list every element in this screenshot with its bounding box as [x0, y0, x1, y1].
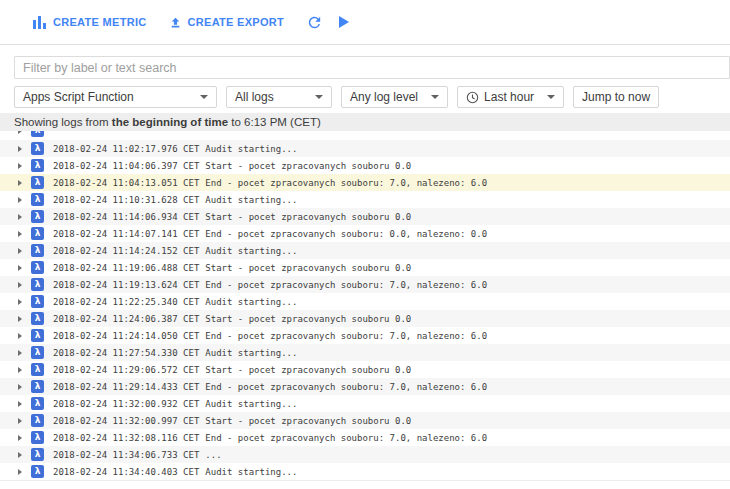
- log-row[interactable]: λ 2018-02-24 11:02:17.976 CET Audit star…: [0, 140, 730, 157]
- apps-script-lambda-icon: λ: [31, 278, 44, 291]
- log-timestamp: 2018-02-24 11:22:25.340 CET: [53, 297, 199, 307]
- expand-arrow-icon[interactable]: [18, 333, 22, 339]
- expand-arrow-icon[interactable]: [18, 418, 22, 424]
- log-row[interactable]: λ 2018-02-24 11:32:00.997 CET Start - po…: [0, 412, 730, 429]
- toolbar: CREATE METRIC CREATE EXPORT: [0, 0, 730, 45]
- log-row[interactable]: λ 2018-02-24 11:19:06.488 CET Start - po…: [0, 259, 730, 276]
- log-timestamp: 2018-02-24 11:10:31.628 CET: [53, 195, 199, 205]
- log-row[interactable]: λ 2018-02-24 11:32:00.932 CET Audit star…: [0, 395, 730, 412]
- log-row[interactable]: λ 2018-02-24 11:27:54.330 CET Audit star…: [0, 344, 730, 361]
- expand-arrow-icon[interactable]: [18, 299, 22, 305]
- expand-arrow-icon[interactable]: [18, 197, 22, 203]
- log-timestamp: 2018-02-24 11:29:14.433 CET: [53, 382, 199, 392]
- log-timestamp: 2018-02-24 11:19:06.488 CET: [53, 263, 199, 273]
- expand-arrow-icon[interactable]: [18, 316, 22, 322]
- log-message: Start - pocet zpracovanych souboru 0.0: [205, 263, 411, 273]
- chevron-down-icon: [431, 95, 439, 99]
- apps-script-lambda-icon: λ: [31, 193, 44, 206]
- log-row[interactable]: λ 2018-02-24 11:32:08.116 CET End - poce…: [0, 429, 730, 446]
- log-row[interactable]: λ 2018-02-24 11:29:14.433 CET End - poce…: [0, 378, 730, 395]
- logs-select[interactable]: All logs: [226, 86, 332, 108]
- expand-arrow-icon[interactable]: [18, 401, 22, 407]
- log-timestamp: 2018-02-24 11:14:24.152 CET: [53, 246, 199, 256]
- log-row[interactable]: λ 2018-02-24 11:34:40.403 CET Audit star…: [0, 463, 730, 480]
- play-icon: [339, 16, 349, 28]
- apps-script-lambda-icon: λ: [31, 261, 44, 274]
- log-message: ...: [205, 450, 221, 460]
- log-row[interactable]: λ 2018-02-24 11:34:06.733 CET ...: [0, 446, 730, 463]
- clock-icon: [466, 91, 479, 104]
- log-row[interactable]: λ 2018-02-24 11:14:06.934 CET Start - po…: [0, 208, 730, 225]
- apps-script-lambda-icon: λ: [31, 397, 44, 410]
- log-level-select[interactable]: Any log level: [341, 86, 448, 108]
- status-bold-range: the beginning of time: [112, 116, 228, 128]
- log-message: End - pocet zpracovanych souboru: 7.0, n…: [205, 433, 487, 443]
- log-row[interactable]: λ 2018-02-24 11:04:13.051 CET End - poce…: [0, 174, 730, 191]
- log-message: End - pocet zpracovanych souboru: 7.0, n…: [205, 382, 487, 392]
- log-timestamp: 2018-02-24 11:04:13.051 CET: [53, 178, 199, 188]
- upload-icon: [169, 16, 182, 29]
- expand-arrow-icon[interactable]: [18, 435, 22, 441]
- expand-arrow-icon[interactable]: [18, 384, 22, 390]
- log-timestamp: 2018-02-24 11:32:00.997 CET: [53, 416, 199, 426]
- function-select-value: Apps Script Function: [23, 90, 134, 104]
- log-timestamp: 2018-02-24 11:19:13.624 CET: [53, 280, 199, 290]
- log-row[interactable]: λ 2018-02-24 11:19:13.624 CET End - poce…: [0, 276, 730, 293]
- log-row[interactable]: λ 2018-02-24 11:24:06.387 CET Start - po…: [0, 310, 730, 327]
- expand-arrow-icon[interactable]: [18, 282, 22, 288]
- apps-script-lambda-icon: λ: [31, 227, 44, 240]
- bar-chart-icon: [33, 16, 47, 29]
- log-row[interactable]: λ 2018-02-24 11:10:31.628 CET Audit star…: [0, 191, 730, 208]
- expand-arrow-icon[interactable]: [18, 469, 22, 475]
- log-timestamp: 2018-02-24 11:32:08.116 CET: [53, 433, 199, 443]
- log-timestamp: 2018-02-24 11:14:07.141 CET: [53, 229, 199, 239]
- create-export-label: CREATE EXPORT: [188, 16, 285, 28]
- expand-arrow-icon[interactable]: [18, 214, 22, 220]
- log-message: Audit starting...: [205, 297, 297, 307]
- log-message: Audit starting...: [205, 195, 297, 205]
- apps-script-lambda-icon: λ: [31, 431, 44, 444]
- apps-script-lambda-icon: λ: [31, 295, 44, 308]
- log-message: Audit starting...: [205, 399, 297, 409]
- apps-script-lambda-icon: λ: [31, 210, 44, 223]
- function-select[interactable]: Apps Script Function: [14, 86, 217, 108]
- play-stream-logs-button[interactable]: [339, 16, 349, 28]
- log-row[interactable]: λ 2018-02-24 11:14:07.141 CET End - poce…: [0, 225, 730, 242]
- refresh-icon: [306, 14, 323, 31]
- expand-arrow-icon[interactable]: [18, 146, 22, 152]
- partial-log-row[interactable]: λ: [0, 131, 730, 140]
- apps-script-lambda-icon: λ: [31, 448, 44, 461]
- expand-arrow-icon[interactable]: [18, 350, 22, 356]
- filter-input[interactable]: [14, 56, 730, 79]
- log-message: End - pocet zpracovanych souboru: 7.0, n…: [205, 280, 487, 290]
- expand-arrow-icon[interactable]: [18, 163, 22, 169]
- time-range-value: Last hour: [484, 90, 534, 104]
- expand-arrow-icon[interactable]: [18, 180, 22, 186]
- log-timestamp: 2018-02-24 11:34:40.403 CET: [53, 467, 199, 477]
- apps-script-lambda-icon: λ: [31, 329, 44, 342]
- log-timestamp: 2018-02-24 11:14:06.934 CET: [53, 212, 199, 222]
- apps-script-lambda-icon: λ: [31, 142, 44, 155]
- jump-to-now-button[interactable]: Jump to now: [573, 86, 659, 108]
- expand-arrow-icon[interactable]: [18, 248, 22, 254]
- log-timestamp: 2018-02-24 11:27:54.330 CET: [53, 348, 199, 358]
- log-row[interactable]: λ 2018-02-24 11:22:25.340 CET Audit star…: [0, 293, 730, 310]
- create-metric-button[interactable]: CREATE METRIC: [33, 16, 147, 29]
- log-row[interactable]: λ 2018-02-24 11:29:06.572 CET Start - po…: [0, 361, 730, 378]
- log-row[interactable]: λ 2018-02-24 11:04:06.397 CET Start - po…: [0, 157, 730, 174]
- expand-arrow-icon[interactable]: [18, 265, 22, 271]
- time-range-select[interactable]: Last hour: [457, 86, 564, 108]
- apps-script-lambda-icon: λ: [31, 176, 44, 189]
- expand-arrow-icon[interactable]: [18, 452, 22, 458]
- expand-arrow-icon[interactable]: [18, 367, 22, 373]
- create-export-button[interactable]: CREATE EXPORT: [169, 16, 285, 29]
- log-timestamp: 2018-02-24 11:02:17.976 CET: [53, 144, 199, 154]
- log-message: Audit starting...: [205, 246, 297, 256]
- refresh-button[interactable]: [306, 14, 323, 31]
- log-timestamp: 2018-02-24 11:29:06.572 CET: [53, 365, 199, 375]
- log-row[interactable]: λ 2018-02-24 11:24:14.050 CET End - poce…: [0, 327, 730, 344]
- list-end-divider: [0, 480, 730, 481]
- log-row[interactable]: λ 2018-02-24 11:14:24.152 CET Audit star…: [0, 242, 730, 259]
- log-list: λ λ 2018-02-24 11:02:17.976 CET Audit st…: [0, 131, 730, 481]
- expand-arrow-icon[interactable]: [18, 231, 22, 237]
